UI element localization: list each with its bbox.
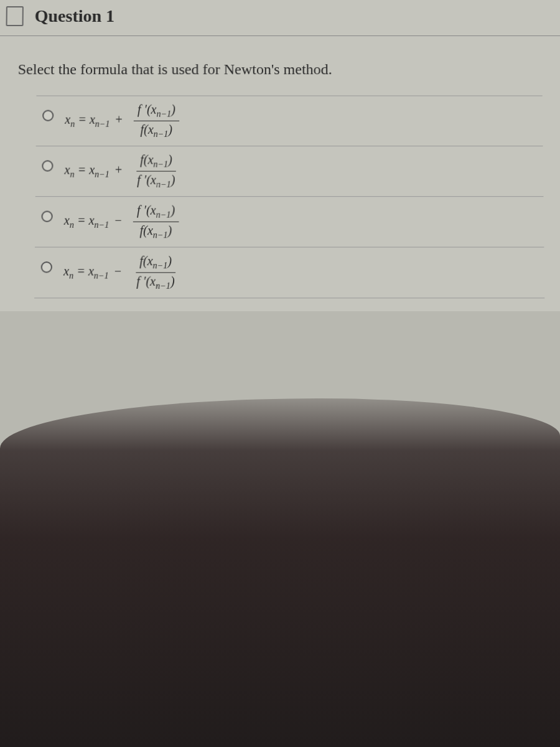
- subscript: n−1: [156, 180, 171, 189]
- question-title: Question 1: [35, 6, 115, 26]
- formula-4: xn = xn−1 − f(xn−1) f ′(xn−1): [63, 253, 179, 293]
- subscript: n−1: [94, 220, 109, 230]
- fraction: f ′(xn−1) f(xn−1): [133, 202, 179, 242]
- denominator: f(xn−1): [136, 222, 175, 242]
- close-paren: ): [167, 254, 172, 268]
- formula-lhs: xn = xn−1 +: [64, 162, 124, 179]
- option-4[interactable]: xn = xn−1 − f(xn−1) f ′(xn−1): [34, 248, 544, 299]
- formula-1: xn = xn−1 + f ′(xn−1) f(xn−1): [65, 101, 179, 141]
- formula-3: xn = xn−1 − f ′(xn−1) f(xn−1): [63, 202, 179, 242]
- radio-button[interactable]: [42, 160, 53, 171]
- option-3[interactable]: xn = xn−1 − f ′(xn−1) f(xn−1): [35, 197, 544, 247]
- option-1[interactable]: xn = xn−1 + f ′(xn−1) f(xn−1): [36, 96, 543, 146]
- var: x: [147, 254, 153, 268]
- var: x: [151, 102, 157, 116]
- numerator: f(xn−1): [136, 151, 176, 171]
- operator: −: [111, 264, 122, 278]
- formula-lhs: xn = xn−1 −: [64, 214, 124, 230]
- subscript: n−1: [153, 230, 168, 240]
- radio-button[interactable]: [41, 261, 52, 273]
- subscript: n−1: [95, 120, 110, 129]
- subscript: n−1: [156, 210, 171, 219]
- var: x: [63, 264, 69, 278]
- formula-2: xn = xn−1 + f(xn−1) f ′(xn−1): [64, 151, 179, 191]
- question-content: Select the formula that is used for Newt…: [0, 36, 560, 311]
- subscript: n−1: [153, 159, 168, 169]
- options-list: xn = xn−1 + f ′(xn−1) f(xn−1): [34, 95, 544, 298]
- var: x: [65, 113, 70, 126]
- subscript: n−1: [95, 170, 110, 179]
- photo-shadow: [0, 398, 560, 747]
- flag-icon[interactable]: [6, 6, 24, 26]
- close-paren: ): [167, 223, 172, 237]
- var: x: [64, 214, 70, 227]
- subscript: n−1: [157, 110, 172, 119]
- var: x: [147, 153, 153, 166]
- var: x: [151, 203, 156, 217]
- question-prompt: Select the formula that is used for Newt…: [18, 61, 543, 78]
- denominator: f(xn−1): [136, 121, 176, 141]
- numerator: f ′(xn−1): [133, 202, 179, 222]
- option-2[interactable]: xn = xn−1 + f(xn−1) f ′(xn−1): [35, 146, 544, 197]
- subscript: n−1: [154, 129, 169, 139]
- formula-lhs: xn = xn−1 +: [65, 113, 125, 129]
- equals: =: [75, 113, 90, 126]
- subscript: n−1: [94, 271, 109, 280]
- close-paren: ): [171, 102, 175, 116]
- subscript: n: [70, 120, 75, 129]
- func: f(: [139, 254, 147, 268]
- func: f ′(: [136, 274, 150, 288]
- fraction: f(xn−1) f ′(xn−1): [133, 151, 179, 191]
- var: x: [148, 123, 154, 136]
- question-header: Question 1: [0, 0, 560, 36]
- func: f(: [139, 223, 147, 237]
- close-paren: ): [168, 153, 172, 166]
- func: f ′(: [137, 203, 151, 217]
- operator: +: [112, 162, 123, 176]
- close-paren: ): [171, 173, 175, 187]
- var: x: [150, 274, 156, 288]
- close-paren: ): [168, 123, 172, 136]
- subscript: n: [70, 220, 74, 230]
- subscript: n−1: [153, 261, 168, 270]
- func: f(: [140, 153, 147, 166]
- close-paren: ): [170, 274, 175, 288]
- close-paren: ): [170, 203, 175, 217]
- subscript: n−1: [156, 281, 170, 291]
- equals: =: [73, 264, 88, 278]
- func: f ′(: [137, 173, 151, 187]
- operator: +: [112, 113, 123, 126]
- fraction: f(xn−1) f ′(xn−1): [133, 253, 179, 293]
- radio-button[interactable]: [42, 110, 54, 121]
- func: f(: [140, 123, 147, 136]
- operator: −: [111, 214, 122, 227]
- numerator: f(xn−1): [136, 253, 175, 273]
- denominator: f ′(xn−1): [133, 172, 179, 191]
- fraction: f ′(xn−1) f(xn−1): [134, 101, 179, 141]
- subscript: n: [69, 271, 73, 280]
- equals: =: [74, 162, 89, 176]
- denominator: f ′(xn−1): [133, 273, 179, 293]
- question-page: Question 1 Select the formula that is us…: [0, 0, 560, 311]
- func: f ′(: [138, 102, 151, 116]
- var: x: [147, 223, 153, 237]
- var: x: [151, 173, 156, 187]
- var: x: [64, 162, 70, 176]
- equals: =: [74, 214, 89, 227]
- numerator: f ′(xn−1): [134, 101, 179, 121]
- formula-lhs: xn = xn−1 −: [63, 264, 124, 281]
- subscript: n: [70, 170, 74, 179]
- radio-button[interactable]: [41, 211, 52, 222]
